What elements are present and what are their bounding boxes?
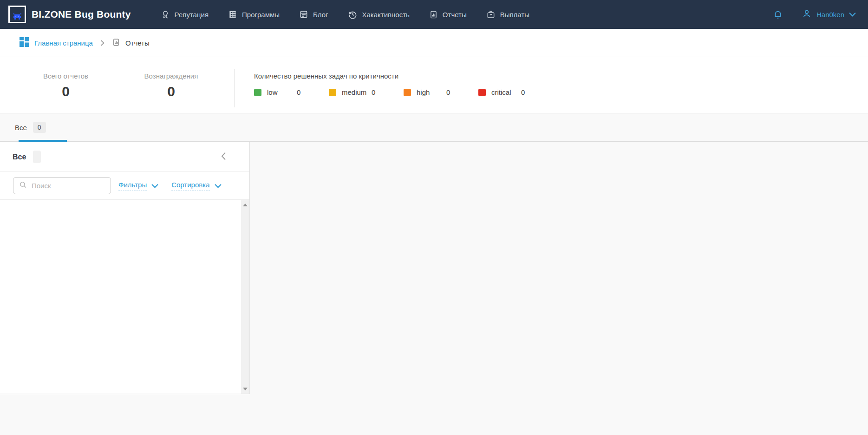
sort-label: Сортировка	[171, 181, 209, 191]
breadcrumb-home-label: Главная страница	[34, 39, 93, 47]
nav-label: Блог	[313, 11, 328, 19]
history-icon	[348, 10, 358, 20]
legend-value: 0	[297, 88, 300, 96]
reports-list-panel: Все Фильтры	[0, 142, 250, 394]
stat-rewards: Вознаграждения 0	[118, 57, 224, 113]
collapse-panel-button[interactable]	[221, 152, 226, 162]
nav-item-reports[interactable]: Отчеты	[429, 10, 467, 20]
main-nav: Репутация Программы Блог	[161, 9, 529, 20]
tab-label: Все	[15, 124, 27, 132]
severity-chart: Количество решенных задач по критичности…	[235, 57, 868, 113]
nav-item-programs[interactable]: Программы	[228, 10, 280, 19]
stats-section: Всего отчетов 0 Вознаграждения 0 Количес…	[0, 57, 868, 113]
reports-list-empty	[0, 200, 249, 394]
search-icon	[19, 181, 27, 191]
briefcase-icon	[486, 10, 496, 19]
nav-item-payouts[interactable]: Выплаты	[486, 10, 529, 19]
legend-item-high: high 0	[404, 88, 478, 96]
scroll-up-arrow-icon[interactable]	[243, 204, 248, 206]
legend-label: critical	[491, 88, 521, 96]
chevron-down-icon	[849, 10, 856, 19]
bug-icon	[12, 13, 22, 22]
nav-label: Выплаты	[500, 11, 529, 19]
nav-label: Отчеты	[443, 11, 467, 19]
stat-label: Всего отчетов	[13, 72, 118, 80]
tab-count-badge: 0	[33, 122, 46, 133]
medium-swatch	[329, 89, 336, 96]
report-chart-icon	[429, 10, 438, 20]
dashboard-grid-icon	[20, 37, 29, 48]
panel-title: Все	[13, 153, 26, 161]
search-input[interactable]	[32, 182, 106, 190]
stat-total-reports: Всего отчетов 0	[13, 57, 118, 113]
legend-item-low: low 0	[254, 88, 329, 96]
header-right: Han0ken	[773, 8, 856, 21]
nav-item-blog[interactable]: Блог	[299, 10, 328, 19]
blog-icon	[299, 10, 308, 19]
user-menu[interactable]: Han0ken	[802, 8, 856, 21]
bizone-logo[interactable]	[8, 6, 26, 23]
nav-label: Репутация	[175, 11, 209, 19]
legend-label: low	[267, 88, 297, 96]
brand-title: BI.ZONE Bug Bounty	[32, 9, 131, 20]
chevron-down-icon	[151, 182, 158, 190]
nav-label: Программы	[242, 11, 280, 19]
legend-value: 0	[446, 88, 450, 96]
panel-count-badge	[33, 151, 41, 163]
filters-dropdown[interactable]: Фильтры	[118, 181, 158, 191]
legend-item-medium: medium 0	[329, 88, 404, 96]
reports-tab-bar: Все 0	[0, 113, 868, 142]
search-box[interactable]	[13, 177, 111, 194]
breadcrumb-current-label: Отчеты	[125, 39, 150, 47]
stat-label: Вознаграждения	[118, 72, 224, 80]
panel-header: Все	[0, 142, 249, 172]
building-icon	[228, 10, 237, 19]
breadcrumb: Главная страница Отчеты	[0, 29, 868, 57]
active-tab-indicator	[19, 140, 67, 142]
medal-icon	[161, 9, 170, 20]
filters-label: Фильтры	[118, 181, 147, 191]
report-chart-icon	[112, 38, 120, 48]
nav-label: Хакактивность	[362, 11, 410, 19]
legend-item-critical: critical 0	[478, 88, 553, 96]
user-name: Han0ken	[816, 11, 844, 19]
scroll-down-arrow-icon[interactable]	[243, 388, 248, 390]
sort-dropdown[interactable]: Сортировка	[171, 181, 221, 191]
chevron-left-icon	[221, 152, 226, 162]
app-header: BI.ZONE Bug Bounty Репутация Программы	[0, 0, 868, 29]
stat-value: 0	[118, 84, 224, 99]
chevron-right-icon	[100, 40, 104, 46]
legend-value: 0	[372, 88, 375, 96]
low-swatch	[254, 89, 261, 96]
breadcrumb-current: Отчеты	[112, 38, 150, 48]
severity-chart-title: Количество решенных задач по критичности	[254, 72, 868, 80]
panel-toolbar: Фильтры Сортировка	[0, 172, 249, 200]
scrollbar[interactable]	[241, 200, 249, 394]
legend-value: 0	[521, 88, 525, 96]
high-swatch	[404, 89, 411, 96]
critical-swatch	[478, 89, 486, 96]
breadcrumb-home-link[interactable]: Главная страница	[20, 37, 93, 48]
tab-all[interactable]: Все 0	[15, 113, 46, 141]
chevron-down-icon	[215, 182, 222, 190]
severity-legend: low 0 medium 0 high 0 critical 0	[254, 88, 868, 96]
notifications-bell-icon[interactable]	[773, 9, 783, 20]
stat-value: 0	[13, 84, 118, 99]
legend-label: high	[417, 88, 446, 96]
user-avatar-icon	[802, 8, 812, 21]
nav-item-hackactivity[interactable]: Хакактивность	[348, 10, 410, 20]
legend-label: medium	[342, 88, 372, 96]
nav-item-reputation[interactable]: Репутация	[161, 9, 209, 20]
